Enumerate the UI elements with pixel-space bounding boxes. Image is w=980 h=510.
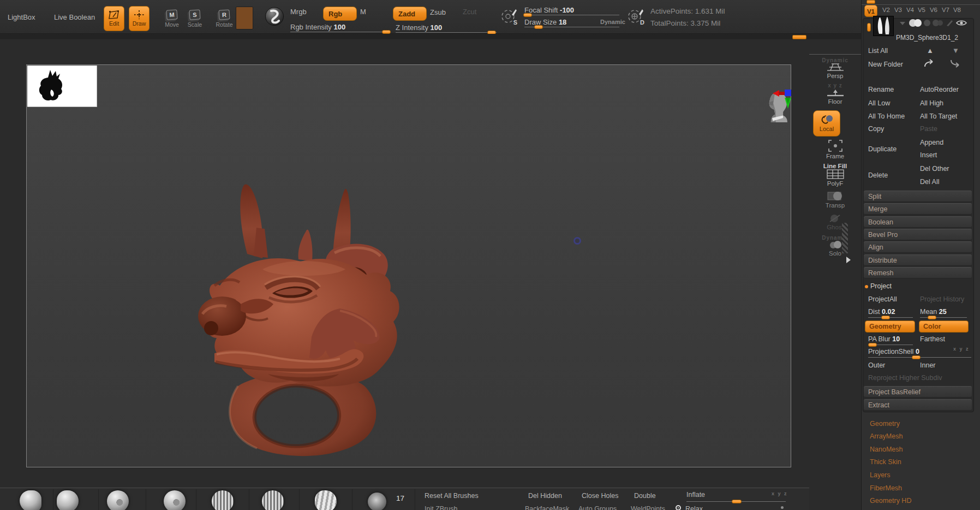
zcut-button[interactable]: Zcut (463, 8, 476, 16)
floor-xyz-label[interactable]: x y z (809, 82, 861, 88)
subpalette-geometry-hd[interactable]: Geometry HD (870, 497, 911, 505)
shelf-scroll-strip[interactable] (842, 223, 848, 253)
view-tab-v2[interactable]: V2 (880, 7, 893, 13)
all-high-button[interactable]: All High (920, 99, 943, 107)
local-button[interactable]: Local (813, 110, 840, 137)
merge-button[interactable]: Merge (864, 203, 972, 215)
rgb-intensity-slider[interactable] (290, 32, 390, 32)
all-to-home-button[interactable]: All To Home (868, 112, 905, 120)
move-up-folder-icon[interactable] (924, 59, 938, 68)
dynamic-mode-label[interactable]: Dynamic (600, 19, 625, 25)
panel-drag-handle[interactable] (867, 0, 875, 4)
ghost-button[interactable]: Ghost (809, 214, 861, 230)
subtool-name[interactable]: PM3D_Sphere3D1_2 (889, 34, 965, 41)
subtool-up-icon[interactable]: ▲ (927, 46, 934, 55)
all-low-button[interactable]: All Low (868, 99, 890, 107)
subpalette-arraymesh[interactable]: ArrayMesh (870, 432, 903, 440)
pa-blur-slider-handle[interactable] (868, 343, 877, 347)
reset-all-brushes-button[interactable]: Reset All Brushes (425, 492, 479, 500)
copy-button[interactable]: Copy (868, 125, 884, 133)
subtool-thumbnail[interactable] (873, 16, 894, 36)
boolean-button[interactable]: Boolean (864, 216, 972, 228)
bevel-pro-button[interactable]: Bevel Pro (864, 229, 972, 240)
polyframe-button[interactable]: PolyF (809, 169, 861, 187)
dist-slider-handle[interactable] (881, 316, 890, 319)
zadd-button[interactable]: Zadd (393, 7, 427, 21)
project-section-header[interactable]: Project (870, 282, 892, 290)
brush-thumbnail-3[interactable] (107, 490, 129, 510)
brush-thumbnail-7[interactable] (315, 490, 337, 510)
view-tab-v1[interactable]: V1 (864, 5, 877, 17)
duplicate-button[interactable]: Duplicate (868, 145, 897, 153)
project-basrelief-button[interactable]: Project BasRelief (864, 386, 972, 398)
frame-button[interactable]: Frame (809, 140, 861, 159)
delete-button[interactable]: Delete (868, 171, 888, 179)
focal-shift-handle[interactable] (523, 13, 532, 17)
backface-mask-button[interactable]: BackfaceMask (525, 505, 569, 510)
autoreorder-button[interactable]: AutoReorder (920, 86, 959, 93)
move-button[interactable]: M Move (162, 6, 182, 31)
subtool-controls-icons[interactable] (899, 19, 970, 27)
subpalette-thick-skin[interactable]: Thick Skin (870, 458, 901, 466)
project-geometry-button[interactable]: Geometry (865, 321, 915, 333)
inner-button[interactable]: Inner (920, 361, 936, 369)
relax-radio-icon[interactable] (676, 505, 681, 510)
line-fill-label[interactable]: Line Fill (809, 163, 861, 169)
new-folder-button[interactable]: New Folder (868, 61, 903, 68)
rotate-button[interactable]: R Rotate (214, 6, 235, 31)
close-holes-button[interactable]: Close Holes (582, 492, 618, 500)
paste-button[interactable]: Paste (920, 125, 937, 133)
stroke-icon[interactable]: S (500, 7, 518, 26)
rename-button[interactable]: Rename (868, 86, 894, 93)
zsub-button[interactable]: Zsub (430, 8, 446, 16)
focal-shift-slider[interactable] (524, 15, 619, 15)
project-all-button[interactable]: ProjectAll (868, 295, 897, 303)
subpalette-geometry[interactable]: Geometry (870, 420, 900, 428)
live-boolean-button[interactable]: Live Boolean (54, 13, 95, 21)
remesh-button[interactable]: Remesh (864, 267, 972, 278)
lightbox-button[interactable]: LightBox (8, 13, 35, 21)
del-other-button[interactable]: Del Other (920, 165, 949, 173)
subpalette-layers[interactable]: Layers (870, 471, 891, 479)
scale-button[interactable]: S Scale (184, 6, 205, 31)
view-tab-v8[interactable]: V8 (951, 7, 964, 13)
insert-button[interactable]: Insert (920, 151, 937, 159)
list-all-button[interactable]: List All (868, 47, 888, 55)
append-button[interactable]: Append (920, 139, 943, 146)
solo-button[interactable]: Solo (809, 240, 861, 257)
dynamic-drawsize-icon[interactable]: D (626, 7, 645, 26)
brush-thumbnail-5[interactable] (212, 490, 234, 510)
del-all-button[interactable]: Del All (920, 178, 939, 186)
double-button[interactable]: Double (634, 492, 656, 500)
brush-thumbnail-4[interactable] (164, 490, 186, 510)
relax-button[interactable]: Relax (685, 505, 703, 510)
init-zbrush-button[interactable]: Init ZBrush (425, 505, 457, 510)
dist-slider[interactable] (868, 317, 913, 318)
floor-button[interactable]: Floor (809, 90, 861, 105)
project-history-button[interactable]: Project History (920, 295, 964, 303)
subpalette-fibermesh[interactable]: FiberMesh (870, 484, 902, 492)
farthest-button[interactable]: Farthest (920, 335, 945, 343)
mrgb-button[interactable]: Mrgb (290, 8, 307, 16)
brush-thumbnail-1[interactable] (20, 490, 41, 510)
brush-thumbnail-6[interactable] (262, 490, 284, 510)
brush-thumbnail-8[interactable] (368, 493, 386, 510)
persp-button[interactable]: Persp (809, 62, 861, 79)
material-ball-icon[interactable] (265, 7, 284, 26)
projection-shell-handle[interactable] (912, 355, 921, 359)
inflate-slider-handle[interactable] (732, 500, 742, 503)
outer-button[interactable]: Outer (868, 361, 885, 369)
z-intensity-slider[interactable] (396, 32, 497, 33)
mean-slider[interactable] (920, 317, 967, 318)
canvas-area[interactable] (0, 39, 809, 488)
distribute-button[interactable]: Distribute (864, 254, 972, 266)
reproject-higher-subdiv-button[interactable]: Reproject Higher Subdiv (868, 374, 942, 382)
view-tab-v5[interactable]: V5 (915, 7, 928, 13)
all-to-target-button[interactable]: All To Target (920, 112, 957, 120)
extract-button[interactable]: Extract (864, 399, 972, 411)
align-button[interactable]: Align (864, 241, 972, 253)
draw-size-handle[interactable] (534, 25, 543, 29)
weld-points-button[interactable]: WeldPoints (631, 505, 665, 510)
draw-button[interactable]: Draw (129, 6, 150, 31)
shelf-drag-handle[interactable] (792, 35, 806, 39)
